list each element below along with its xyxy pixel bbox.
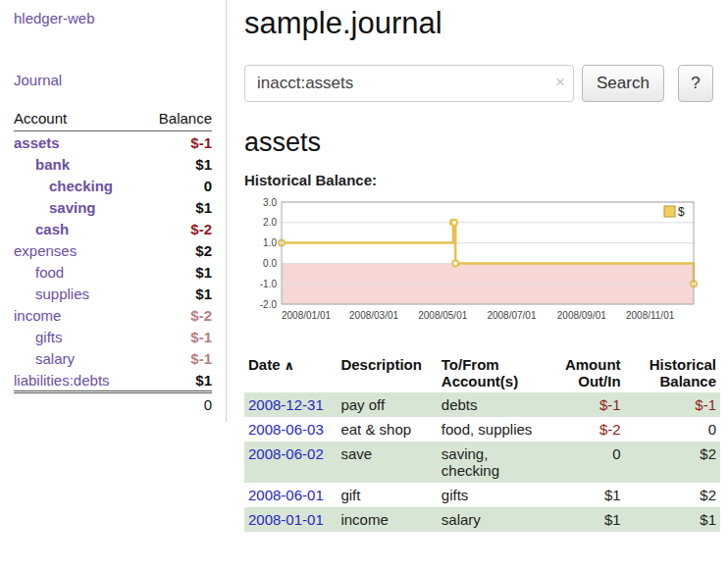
date-column-header[interactable]: Date∧ [244,353,337,392]
account-heading: assets [244,128,720,158]
account-row-cash: cash $-2 [14,218,212,239]
app-title-link[interactable]: hledger-web [14,10,212,26]
register-description: income [337,507,437,532]
svg-text:0.0: 0.0 [263,258,277,269]
account-balance: $1 [142,261,212,283]
page-title: sample.journal [244,6,720,41]
clear-search-icon[interactable]: × [555,73,565,92]
register-row: 2008-06-02 save saving, checking 0 $2 [244,441,720,483]
account-balance: 0 [142,175,212,196]
amount-column-header: Amount Out/In [540,353,624,392]
accounts-total-row: 0 [14,392,212,416]
account-balance: $1 [142,369,212,392]
register-accounts: saving, checking [438,441,540,483]
sidebar: hledger-web Journal Account Balance asse… [0,0,227,422]
search-button[interactable]: Search [582,65,664,102]
svg-text:2008/05/01: 2008/05/01 [418,310,467,321]
account-row-saving: saving $1 [14,196,212,218]
search-bar: × Search ? [244,65,720,102]
account-link-bank[interactable]: bank [35,156,70,173]
account-row-food: food $1 [14,261,212,283]
account-link-liabilities-debts[interactable]: liabilities:debts [14,372,110,389]
search-input[interactable] [244,65,574,102]
account-row-liabilities-debts: liabilities:debts $1 [14,369,212,392]
svg-text:2008/09/01: 2008/09/01 [557,310,606,321]
historical-balance-chart: 3.02.01.00.0-1.0-2.02008/01/012008/03/01… [244,194,720,337]
main-content: sample.journal × Search ? assets Histori… [227,0,728,532]
accounts-header-row: Account Balance [14,108,212,131]
register-header-row: Date∧ Description To/From Account(s) Amo… [244,353,720,392]
svg-text:2008/07/01: 2008/07/01 [487,310,536,321]
hledger-web-app: hledger-web Journal Account Balance asse… [0,0,728,532]
register-row: 2008-06-01 gift gifts $1 $2 [244,483,720,507]
svg-text:-2.0: -2.0 [260,299,278,310]
account-link-salary[interactable]: salary [35,350,75,367]
register-amount: $1 [540,483,624,507]
account-balance: $-1 [142,326,212,347]
account-link-saving[interactable]: saving [49,199,96,216]
account-column-header: Account [14,108,142,131]
total-balance: 0 [142,392,212,416]
account-row-income: income $-2 [14,304,212,326]
register-description: pay off [337,392,437,417]
account-balance: $-1 [142,347,212,369]
description-column-header: Description [337,353,437,392]
account-link-cash[interactable]: cash [35,221,69,237]
account-row-gifts: gifts $-1 [14,326,212,347]
register-description: gift [337,483,437,507]
balance-column-header: Historical Balance [625,353,720,392]
register-date-link[interactable]: 2008-06-03 [248,421,324,438]
account-link-food[interactable]: food [35,264,64,281]
register-row: 2008-12-31 pay off debts $-1 $-1 [244,392,720,417]
svg-text:2.0: 2.0 [263,217,277,228]
account-balance: $1 [142,153,212,175]
register-accounts: salary [438,507,540,532]
register-amount: $1 [540,507,624,532]
register-amount: 0 [540,441,624,483]
register-balance: $2 [625,483,720,507]
svg-text:2008/11/01: 2008/11/01 [626,310,675,321]
register-date-link[interactable]: 2008-06-01 [248,487,324,503]
account-row-expenses: expenses $2 [14,239,212,261]
register-balance: $1 [625,507,720,532]
register-amount: $-2 [540,417,624,441]
help-button[interactable]: ? [678,65,713,102]
account-balance: $2 [142,239,212,261]
account-balance: $-2 [142,218,212,239]
register-balance: 0 [625,417,720,441]
register-accounts: debts [438,392,540,417]
accounts-column-header: To/From Account(s) [438,353,540,392]
account-link-supplies[interactable]: supplies [35,286,89,302]
account-link-assets[interactable]: assets [14,134,60,151]
register-table: Date∧ Description To/From Account(s) Amo… [244,353,720,532]
register-amount: $-1 [540,392,624,417]
register-date-link[interactable]: 2008-12-31 [248,396,324,413]
chart-svg: 3.02.01.00.0-1.0-2.02008/01/012008/03/01… [244,194,705,337]
sidebar-item-journal[interactable]: Journal [14,72,212,88]
account-row-bank: bank $1 [14,153,212,175]
svg-text:2008/03/01: 2008/03/01 [349,310,398,321]
register-accounts: food, supplies [438,417,540,441]
account-row-supplies: supplies $1 [14,283,212,304]
legend-swatch [664,206,675,217]
register-date-link[interactable]: 2008-06-02 [248,445,324,462]
account-link-expenses[interactable]: expenses [14,242,77,259]
account-row-salary: salary $-1 [14,347,212,369]
account-row-assets: assets $-1 [14,131,212,154]
account-balance: $-1 [142,131,212,154]
register-row: 2008-06-03 eat & shop food, supplies $-2… [244,417,720,441]
account-row-checking: checking 0 [14,175,212,196]
register-accounts: gifts [438,483,540,507]
sort-ascending-icon: ∧ [285,358,295,373]
account-link-income[interactable]: income [14,307,61,324]
account-balance: $1 [142,283,212,304]
account-link-checking[interactable]: checking [49,178,113,194]
register-description: save [337,441,437,483]
register-date-link[interactable]: 2008-01-01 [248,511,324,528]
svg-text:1.0: 1.0 [263,237,277,248]
svg-text:3.0: 3.0 [263,197,277,208]
account-balance: $-2 [142,304,212,326]
balance-column-header: Balance [142,108,212,131]
account-link-gifts[interactable]: gifts [35,329,63,345]
accounts-table: Account Balance assets $-1 bank $1 check… [14,108,212,416]
